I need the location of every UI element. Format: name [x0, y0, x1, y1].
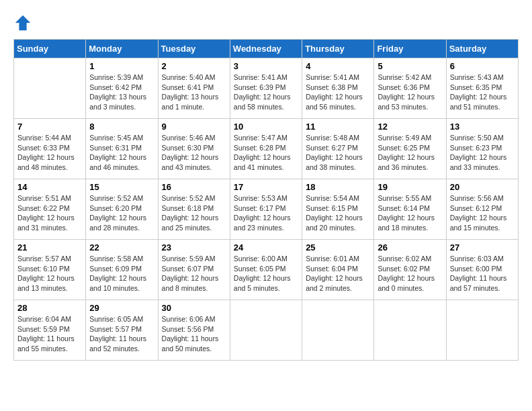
calendar-cell: 2Sunrise: 5:40 AM Sunset: 6:41 PM Daylig… — [158, 58, 230, 119]
weekday-header-sunday: Sunday — [14, 40, 86, 58]
day-info: Sunrise: 5:51 AM Sunset: 6:22 PM Dayligh… — [17, 193, 82, 233]
day-number: 18 — [306, 182, 370, 192]
day-info: Sunrise: 5:39 AM Sunset: 6:42 PM Dayligh… — [89, 73, 154, 112]
day-info: Sunrise: 6:05 AM Sunset: 5:57 PM Dayligh… — [89, 314, 154, 354]
day-info: Sunrise: 5:49 AM Sunset: 6:25 PM Dayligh… — [378, 133, 442, 173]
page-header — [13, 13, 519, 32]
calendar-cell: 29Sunrise: 6:05 AM Sunset: 5:57 PM Dayli… — [86, 300, 158, 361]
day-info: Sunrise: 5:44 AM Sunset: 6:33 PM Dayligh… — [17, 133, 82, 173]
calendar-week-2: 7Sunrise: 5:44 AM Sunset: 6:33 PM Daylig… — [14, 119, 519, 179]
day-number: 4 — [306, 61, 370, 71]
calendar-cell: 15Sunrise: 5:52 AM Sunset: 6:20 PM Dayli… — [86, 179, 158, 240]
logo — [13, 13, 35, 32]
calendar-cell: 11Sunrise: 5:48 AM Sunset: 6:27 PM Dayli… — [302, 119, 374, 179]
day-number: 3 — [234, 61, 298, 71]
weekday-header-saturday: Saturday — [446, 40, 518, 58]
day-number: 28 — [17, 303, 82, 313]
calendar-cell — [14, 58, 86, 119]
calendar-cell: 6Sunrise: 5:43 AM Sunset: 6:35 PM Daylig… — [446, 58, 518, 119]
day-number: 30 — [162, 303, 226, 313]
calendar-cell: 20Sunrise: 5:56 AM Sunset: 6:12 PM Dayli… — [446, 179, 518, 240]
day-number: 11 — [306, 122, 370, 132]
calendar-cell: 8Sunrise: 5:45 AM Sunset: 6:31 PM Daylig… — [86, 119, 158, 179]
calendar-cell: 27Sunrise: 6:03 AM Sunset: 6:00 PM Dayli… — [446, 240, 518, 300]
day-info: Sunrise: 6:06 AM Sunset: 5:56 PM Dayligh… — [162, 314, 226, 354]
day-info: Sunrise: 5:48 AM Sunset: 6:27 PM Dayligh… — [306, 133, 370, 173]
day-number: 6 — [450, 61, 515, 71]
calendar-week-1: 1Sunrise: 5:39 AM Sunset: 6:42 PM Daylig… — [14, 58, 519, 119]
calendar-cell: 23Sunrise: 5:59 AM Sunset: 6:07 PM Dayli… — [158, 240, 230, 300]
day-info: Sunrise: 5:57 AM Sunset: 6:10 PM Dayligh… — [17, 254, 82, 293]
day-number: 14 — [17, 182, 82, 192]
day-info: Sunrise: 5:59 AM Sunset: 6:07 PM Dayligh… — [162, 254, 226, 293]
day-info: Sunrise: 6:02 AM Sunset: 6:02 PM Dayligh… — [378, 254, 442, 293]
day-number: 10 — [234, 122, 298, 132]
day-info: Sunrise: 6:03 AM Sunset: 6:00 PM Dayligh… — [450, 254, 515, 293]
calendar-cell: 12Sunrise: 5:49 AM Sunset: 6:25 PM Dayli… — [374, 119, 446, 179]
day-number: 27 — [450, 242, 515, 253]
day-number: 23 — [162, 242, 226, 253]
weekday-row: SundayMondayTuesdayWednesdayThursdayFrid… — [14, 40, 519, 58]
day-number: 12 — [378, 122, 442, 132]
calendar-week-3: 14Sunrise: 5:51 AM Sunset: 6:22 PM Dayli… — [14, 179, 519, 240]
day-info: Sunrise: 5:55 AM Sunset: 6:14 PM Dayligh… — [378, 193, 442, 233]
calendar-week-5: 28Sunrise: 6:04 AM Sunset: 5:59 PM Dayli… — [14, 300, 519, 361]
calendar-cell: 5Sunrise: 5:42 AM Sunset: 6:36 PM Daylig… — [374, 58, 446, 119]
calendar-cell — [230, 300, 302, 361]
day-info: Sunrise: 6:04 AM Sunset: 5:59 PM Dayligh… — [17, 314, 82, 354]
day-number: 19 — [378, 182, 442, 192]
day-number: 5 — [378, 61, 442, 71]
calendar-cell: 18Sunrise: 5:54 AM Sunset: 6:15 PM Dayli… — [302, 179, 374, 240]
day-info: Sunrise: 5:52 AM Sunset: 6:18 PM Dayligh… — [162, 193, 226, 233]
calendar-cell: 14Sunrise: 5:51 AM Sunset: 6:22 PM Dayli… — [14, 179, 86, 240]
calendar-header: SundayMondayTuesdayWednesdayThursdayFrid… — [14, 40, 519, 58]
day-info: Sunrise: 5:52 AM Sunset: 6:20 PM Dayligh… — [89, 193, 154, 233]
day-info: Sunrise: 5:41 AM Sunset: 6:39 PM Dayligh… — [234, 73, 298, 112]
calendar-cell: 21Sunrise: 5:57 AM Sunset: 6:10 PM Dayli… — [14, 240, 86, 300]
day-number: 17 — [234, 182, 298, 192]
day-info: Sunrise: 5:56 AM Sunset: 6:12 PM Dayligh… — [450, 193, 515, 233]
calendar-week-4: 21Sunrise: 5:57 AM Sunset: 6:10 PM Dayli… — [14, 240, 519, 300]
calendar-cell — [374, 300, 446, 361]
day-number: 25 — [306, 242, 370, 253]
day-number: 15 — [89, 182, 154, 192]
calendar-cell: 13Sunrise: 5:50 AM Sunset: 6:23 PM Dayli… — [446, 119, 518, 179]
day-number: 8 — [89, 122, 154, 132]
day-info: Sunrise: 5:53 AM Sunset: 6:17 PM Dayligh… — [234, 193, 298, 233]
logo-icon — [13, 13, 32, 32]
calendar-cell — [302, 300, 374, 361]
calendar-cell: 22Sunrise: 5:58 AM Sunset: 6:09 PM Dayli… — [86, 240, 158, 300]
calendar-cell: 24Sunrise: 6:00 AM Sunset: 6:05 PM Dayli… — [230, 240, 302, 300]
day-number: 1 — [89, 61, 154, 71]
calendar-cell: 1Sunrise: 5:39 AM Sunset: 6:42 PM Daylig… — [86, 58, 158, 119]
calendar-cell: 17Sunrise: 5:53 AM Sunset: 6:17 PM Dayli… — [230, 179, 302, 240]
svg-marker-0 — [15, 15, 30, 30]
day-info: Sunrise: 5:46 AM Sunset: 6:30 PM Dayligh… — [162, 133, 226, 173]
day-number: 29 — [89, 303, 154, 313]
weekday-header-monday: Monday — [86, 40, 158, 58]
weekday-header-wednesday: Wednesday — [230, 40, 302, 58]
day-info: Sunrise: 6:00 AM Sunset: 6:05 PM Dayligh… — [234, 254, 298, 293]
calendar-body: 1Sunrise: 5:39 AM Sunset: 6:42 PM Daylig… — [14, 58, 519, 361]
day-number: 26 — [378, 242, 442, 253]
day-number: 24 — [234, 242, 298, 253]
calendar-cell: 28Sunrise: 6:04 AM Sunset: 5:59 PM Dayli… — [14, 300, 86, 361]
weekday-header-thursday: Thursday — [302, 40, 374, 58]
day-info: Sunrise: 5:42 AM Sunset: 6:36 PM Dayligh… — [378, 73, 442, 112]
day-number: 7 — [17, 122, 82, 132]
day-info: Sunrise: 6:01 AM Sunset: 6:04 PM Dayligh… — [306, 254, 370, 293]
day-info: Sunrise: 5:58 AM Sunset: 6:09 PM Dayligh… — [89, 254, 154, 293]
weekday-header-friday: Friday — [374, 40, 446, 58]
calendar-cell: 9Sunrise: 5:46 AM Sunset: 6:30 PM Daylig… — [158, 119, 230, 179]
calendar-cell: 4Sunrise: 5:41 AM Sunset: 6:38 PM Daylig… — [302, 58, 374, 119]
day-number: 21 — [17, 242, 82, 253]
calendar-cell: 3Sunrise: 5:41 AM Sunset: 6:39 PM Daylig… — [230, 58, 302, 119]
calendar-cell: 26Sunrise: 6:02 AM Sunset: 6:02 PM Dayli… — [374, 240, 446, 300]
day-number: 20 — [450, 182, 515, 192]
day-info: Sunrise: 5:50 AM Sunset: 6:23 PM Dayligh… — [450, 133, 515, 173]
day-number: 13 — [450, 122, 515, 132]
day-info: Sunrise: 5:40 AM Sunset: 6:41 PM Dayligh… — [162, 73, 226, 112]
weekday-header-tuesday: Tuesday — [158, 40, 230, 58]
day-number: 22 — [89, 242, 154, 253]
day-number: 16 — [162, 182, 226, 192]
